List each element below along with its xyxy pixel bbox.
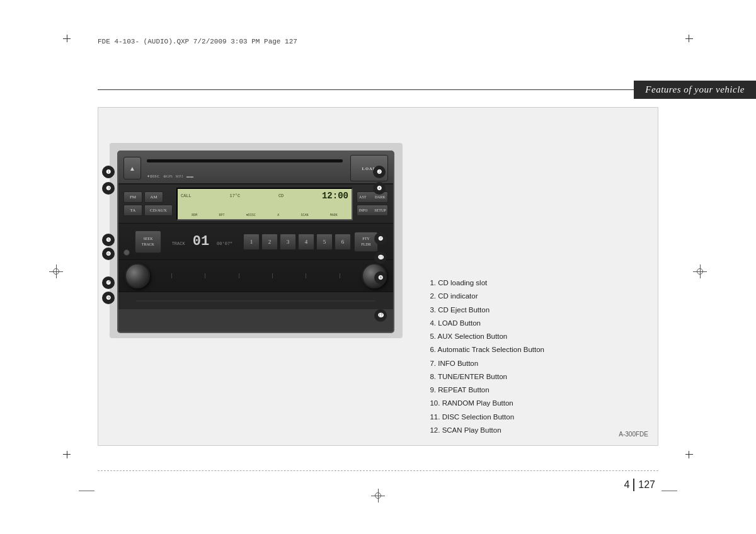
feature-9: 9. REPEAT Button xyxy=(430,383,544,397)
ta-button[interactable]: TA xyxy=(123,205,142,216)
page-divider xyxy=(633,479,634,491)
radio-bottom-strip xyxy=(118,292,393,309)
callout-5: ❺ xyxy=(102,234,115,246)
display-temp: 17°C xyxy=(229,193,240,198)
page-number: 127 xyxy=(638,479,655,491)
feature-4: 4. LOAD Button xyxy=(430,317,544,330)
right-button-group: AST | DARK INFO | SETUP xyxy=(357,191,388,216)
header-meta: FDE 4-103- (AUDIO).QXP 7/2/2009 3:03 PM … xyxy=(98,38,297,45)
feature-6: 6. Automatic Track Selection Button xyxy=(430,343,544,356)
seek-track-button[interactable]: SEEK TRACK xyxy=(135,230,161,253)
callout-11: ⓫ xyxy=(374,251,387,264)
page-title: Features of your vehicle xyxy=(634,81,756,99)
feature-8: 8. TUNE/ENTER Button xyxy=(430,370,544,383)
callout-4: ❹ xyxy=(373,182,386,195)
callout-9: ❾ xyxy=(102,292,115,304)
display-scan: SCAN xyxy=(301,213,308,217)
preset-1[interactable]: 1 xyxy=(243,234,260,250)
display-cd-label: CD xyxy=(278,193,284,198)
feature-2: 2. CD indicator xyxy=(430,290,544,303)
display-a: A xyxy=(277,213,279,217)
feature-7: 7. INFO Button xyxy=(430,357,544,370)
cd-slot xyxy=(147,159,343,162)
page-number-area: 4 127 xyxy=(624,479,655,491)
display-call-label: CALL xyxy=(181,193,192,198)
image-caption: A-300FDE xyxy=(619,431,648,438)
preset-6[interactable]: 6 xyxy=(335,234,351,250)
callout-1: ❶ xyxy=(102,166,115,178)
eject-button[interactable]: ▲ xyxy=(123,157,141,179)
fm-button[interactable]: FM xyxy=(123,191,142,203)
logos-area: ✦DISC ⊕GPS MP3 ▬▬ xyxy=(147,174,193,178)
footer-dashed-line xyxy=(98,470,658,471)
left-button-group: FM AM TA CD/AUX xyxy=(123,191,173,216)
callout-3: ❸ xyxy=(102,182,115,195)
display-screen: CALL 17°C CD 12:00 RDM RPT ▼DISC A SCAN … xyxy=(176,188,353,220)
feature-3: 3. CD Eject Button xyxy=(430,304,544,317)
feature-10: 10. RANDOM Play Button xyxy=(430,397,544,410)
corner-mark-tl xyxy=(63,35,76,47)
ast-dark-button[interactable]: AST | DARK xyxy=(357,191,388,203)
crosshair-right xyxy=(693,264,707,278)
am-button[interactable]: AM xyxy=(144,191,163,203)
preset-buttons: 1 2 3 4 5 6 xyxy=(243,234,351,250)
preset-5[interactable]: 5 xyxy=(316,234,333,250)
preset-4[interactable]: 4 xyxy=(298,234,314,250)
display-rpt: RPT xyxy=(219,213,224,217)
content-area: CD (PA760R) (IF EQUIPPED) ▲ ✦DISC ⊕GPS M… xyxy=(98,107,658,446)
indicator-row xyxy=(155,275,357,277)
display-mark: MARK xyxy=(330,213,338,217)
crosshair-bottom xyxy=(371,489,385,503)
corner-mark-br xyxy=(680,446,693,458)
title-bar-line xyxy=(98,89,634,90)
bottom-left-mark xyxy=(79,491,94,491)
callout-8: ❽ xyxy=(374,271,387,284)
feature-1: 1. CD loading slot xyxy=(430,276,544,290)
feature-list: 1. CD loading slot 2. CD indicator 3. CD… xyxy=(430,276,544,437)
callout-12: ⓬ xyxy=(374,309,387,322)
volume-knob[interactable] xyxy=(125,263,150,288)
track-display: TRACK 01 00'07" xyxy=(164,235,240,249)
radio-knob-row xyxy=(118,260,393,292)
display-time: 12:00 xyxy=(322,191,348,201)
preset-3[interactable]: 3 xyxy=(280,234,296,250)
chapter-number: 4 xyxy=(624,479,629,491)
info-setup-button[interactable]: INFO | SETUP xyxy=(357,205,388,216)
callout-6: ❻ xyxy=(102,247,115,260)
cd-aux-button[interactable]: CD/AUX xyxy=(144,205,173,216)
feature-11: 11. DISC Selection Button xyxy=(430,411,544,424)
callout-7: ❼ xyxy=(374,232,387,245)
feature-5: 5. AUX Selection Button xyxy=(430,330,544,343)
track-number: 01 xyxy=(193,235,209,249)
callout-10: ❿ xyxy=(102,276,115,289)
radio-lower: SEEK TRACK TRACK 01 00'07" 1 2 3 4 5 6 xyxy=(118,224,393,260)
crosshair-left xyxy=(49,264,63,278)
callout-2: ❷ xyxy=(373,166,386,178)
radio-unit: ▲ ✦DISC ⊕GPS MP3 ▬▬ LOAD FM xyxy=(117,151,394,333)
corner-mark-bl xyxy=(63,446,76,458)
bottom-right-mark xyxy=(662,491,677,491)
preset-2[interactable]: 2 xyxy=(261,234,278,250)
title-bar: Features of your vehicle xyxy=(0,81,756,99)
display-rdm: RDM xyxy=(192,213,197,217)
radio-middle: FM AM TA CD/AUX CAL xyxy=(118,185,393,224)
track-time: 00'07" xyxy=(217,241,232,246)
corner-mark-tr xyxy=(680,35,693,47)
feature-12: 12. SCAN Play Button xyxy=(430,424,544,437)
radio-top-strip: ▲ ✦DISC ⊕GPS MP3 ▬▬ LOAD xyxy=(118,152,393,185)
power-indicator xyxy=(123,249,130,256)
display-disc: ▼DISC xyxy=(246,213,256,217)
